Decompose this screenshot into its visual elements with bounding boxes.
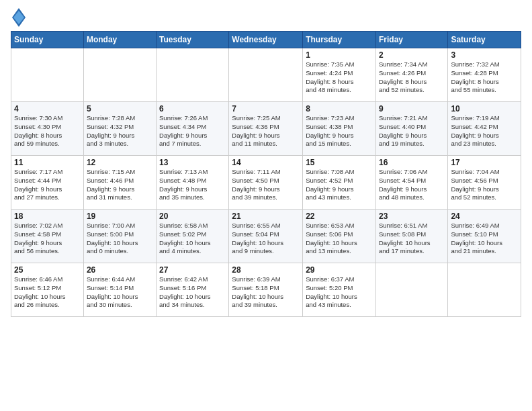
calendar-cell: 20Sunrise: 6:58 AM Sunset: 5:02 PM Dayli… <box>157 210 229 263</box>
day-info: Sunrise: 7:34 AM Sunset: 4:26 PM Dayligh… <box>379 60 445 95</box>
day-info: Sunrise: 7:28 AM Sunset: 4:32 PM Dayligh… <box>87 114 153 148</box>
calendar-cell: 24Sunrise: 6:49 AM Sunset: 5:10 PM Dayli… <box>448 210 521 263</box>
calendar-cell: 8Sunrise: 7:23 AM Sunset: 4:38 PM Daylig… <box>303 102 376 156</box>
day-number: 11 <box>14 158 81 167</box>
calendar-week-0: 1Sunrise: 7:35 AM Sunset: 4:24 PM Daylig… <box>11 48 521 102</box>
header <box>11 8 521 27</box>
day-number: 25 <box>14 265 81 275</box>
day-number: 1 <box>306 50 373 60</box>
calendar-cell: 15Sunrise: 7:08 AM Sunset: 4:52 PM Dayli… <box>303 156 376 210</box>
calendar-week-2: 11Sunrise: 7:17 AM Sunset: 4:44 PM Dayli… <box>11 156 521 210</box>
day-number: 10 <box>451 104 518 113</box>
calendar-cell: 4Sunrise: 7:30 AM Sunset: 4:30 PM Daylig… <box>11 102 84 156</box>
day-info: Sunrise: 7:26 AM Sunset: 4:34 PM Dayligh… <box>159 114 226 148</box>
day-info: Sunrise: 6:55 AM Sunset: 5:04 PM Dayligh… <box>232 222 300 256</box>
calendar-cell: 5Sunrise: 7:28 AM Sunset: 4:32 PM Daylig… <box>83 102 156 156</box>
day-number: 27 <box>159 265 226 275</box>
day-info: Sunrise: 7:17 AM Sunset: 4:44 PM Dayligh… <box>14 168 81 202</box>
day-info: Sunrise: 6:58 AM Sunset: 5:02 PM Dayligh… <box>159 222 226 256</box>
calendar-week-4: 25Sunrise: 6:46 AM Sunset: 5:12 PM Dayli… <box>11 263 521 317</box>
day-number: 26 <box>87 265 153 275</box>
calendar-cell: 12Sunrise: 7:15 AM Sunset: 4:46 PM Dayli… <box>83 156 156 210</box>
day-number: 16 <box>379 158 445 167</box>
calendar-header-sunday: Sunday <box>11 32 84 48</box>
day-number: 23 <box>379 212 445 221</box>
day-info: Sunrise: 7:15 AM Sunset: 4:46 PM Dayligh… <box>87 168 153 202</box>
day-info: Sunrise: 6:46 AM Sunset: 5:12 PM Dayligh… <box>14 275 81 310</box>
day-number: 9 <box>379 104 445 113</box>
calendar: SundayMondayTuesdayWednesdayThursdayFrid… <box>11 31 521 317</box>
day-info: Sunrise: 7:11 AM Sunset: 4:50 PM Dayligh… <box>232 168 300 202</box>
day-number: 2 <box>379 50 445 60</box>
page: SundayMondayTuesdayWednesdayThursdayFrid… <box>0 0 532 322</box>
day-number: 12 <box>87 158 153 167</box>
day-info: Sunrise: 7:35 AM Sunset: 4:24 PM Dayligh… <box>306 60 373 95</box>
calendar-cell: 17Sunrise: 7:04 AM Sunset: 4:56 PM Dayli… <box>448 156 521 210</box>
calendar-header-tuesday: Tuesday <box>157 32 229 48</box>
calendar-cell: 3Sunrise: 7:32 AM Sunset: 4:28 PM Daylig… <box>448 48 521 102</box>
day-info: Sunrise: 7:32 AM Sunset: 4:28 PM Dayligh… <box>451 60 518 95</box>
day-number: 19 <box>87 212 153 221</box>
calendar-week-3: 18Sunrise: 7:02 AM Sunset: 4:58 PM Dayli… <box>11 210 521 263</box>
calendar-cell: 27Sunrise: 6:42 AM Sunset: 5:16 PM Dayli… <box>157 263 229 317</box>
calendar-cell: 11Sunrise: 7:17 AM Sunset: 4:44 PM Dayli… <box>11 156 84 210</box>
calendar-cell: 6Sunrise: 7:26 AM Sunset: 4:34 PM Daylig… <box>157 102 229 156</box>
day-info: Sunrise: 6:51 AM Sunset: 5:08 PM Dayligh… <box>379 222 445 256</box>
calendar-cell: 9Sunrise: 7:21 AM Sunset: 4:40 PM Daylig… <box>375 102 447 156</box>
day-number: 14 <box>232 158 300 167</box>
day-number: 13 <box>159 158 226 167</box>
calendar-cell: 16Sunrise: 7:06 AM Sunset: 4:54 PM Dayli… <box>375 156 447 210</box>
calendar-cell: 10Sunrise: 7:19 AM Sunset: 4:42 PM Dayli… <box>448 102 521 156</box>
calendar-cell <box>83 48 156 102</box>
calendar-cell: 7Sunrise: 7:25 AM Sunset: 4:36 PM Daylig… <box>229 102 303 156</box>
calendar-header-thursday: Thursday <box>303 32 376 48</box>
day-number: 4 <box>14 104 81 113</box>
calendar-cell <box>157 48 229 102</box>
calendar-cell <box>229 48 303 102</box>
day-info: Sunrise: 7:30 AM Sunset: 4:30 PM Dayligh… <box>14 114 81 148</box>
calendar-cell: 21Sunrise: 6:55 AM Sunset: 5:04 PM Dayli… <box>229 210 303 263</box>
calendar-cell: 29Sunrise: 6:37 AM Sunset: 5:20 PM Dayli… <box>303 263 376 317</box>
calendar-cell <box>11 48 84 102</box>
day-number: 7 <box>232 104 300 113</box>
day-number: 6 <box>159 104 226 113</box>
calendar-cell: 19Sunrise: 7:00 AM Sunset: 5:00 PM Dayli… <box>83 210 156 263</box>
day-info: Sunrise: 7:04 AM Sunset: 4:56 PM Dayligh… <box>451 168 518 202</box>
day-number: 8 <box>306 104 373 113</box>
day-info: Sunrise: 7:21 AM Sunset: 4:40 PM Dayligh… <box>379 114 445 148</box>
day-number: 5 <box>87 104 153 113</box>
day-number: 20 <box>159 212 226 221</box>
calendar-cell <box>448 263 521 317</box>
calendar-cell: 1Sunrise: 7:35 AM Sunset: 4:24 PM Daylig… <box>303 48 376 102</box>
day-info: Sunrise: 7:06 AM Sunset: 4:54 PM Dayligh… <box>379 168 445 202</box>
day-number: 24 <box>451 212 518 221</box>
calendar-cell: 2Sunrise: 7:34 AM Sunset: 4:26 PM Daylig… <box>375 48 447 102</box>
calendar-cell: 13Sunrise: 7:13 AM Sunset: 4:48 PM Dayli… <box>157 156 229 210</box>
day-number: 29 <box>306 265 373 275</box>
calendar-cell: 14Sunrise: 7:11 AM Sunset: 4:50 PM Dayli… <box>229 156 303 210</box>
day-info: Sunrise: 7:00 AM Sunset: 5:00 PM Dayligh… <box>87 222 153 256</box>
day-info: Sunrise: 6:44 AM Sunset: 5:14 PM Dayligh… <box>87 275 153 310</box>
calendar-cell: 25Sunrise: 6:46 AM Sunset: 5:12 PM Dayli… <box>11 263 84 317</box>
day-info: Sunrise: 6:42 AM Sunset: 5:16 PM Dayligh… <box>159 275 226 310</box>
day-number: 17 <box>451 158 518 167</box>
day-number: 15 <box>306 158 373 167</box>
calendar-header-friday: Friday <box>375 32 447 48</box>
day-number: 22 <box>306 212 373 221</box>
day-number: 21 <box>232 212 300 221</box>
calendar-cell: 23Sunrise: 6:51 AM Sunset: 5:08 PM Dayli… <box>375 210 447 263</box>
calendar-week-1: 4Sunrise: 7:30 AM Sunset: 4:30 PM Daylig… <box>11 102 521 156</box>
calendar-header-row: SundayMondayTuesdayWednesdayThursdayFrid… <box>11 32 521 48</box>
calendar-header-saturday: Saturday <box>448 32 521 48</box>
day-info: Sunrise: 7:25 AM Sunset: 4:36 PM Dayligh… <box>232 114 300 148</box>
calendar-cell: 18Sunrise: 7:02 AM Sunset: 4:58 PM Dayli… <box>11 210 84 263</box>
day-info: Sunrise: 7:13 AM Sunset: 4:48 PM Dayligh… <box>159 168 226 202</box>
calendar-cell <box>375 263 447 317</box>
day-number: 3 <box>451 50 518 60</box>
day-info: Sunrise: 7:19 AM Sunset: 4:42 PM Dayligh… <box>451 114 518 148</box>
calendar-cell: 28Sunrise: 6:39 AM Sunset: 5:18 PM Dayli… <box>229 263 303 317</box>
logo-icon <box>12 8 26 27</box>
day-info: Sunrise: 7:02 AM Sunset: 4:58 PM Dayligh… <box>14 222 81 256</box>
calendar-cell: 22Sunrise: 6:53 AM Sunset: 5:06 PM Dayli… <box>303 210 376 263</box>
day-info: Sunrise: 6:49 AM Sunset: 5:10 PM Dayligh… <box>451 222 518 256</box>
